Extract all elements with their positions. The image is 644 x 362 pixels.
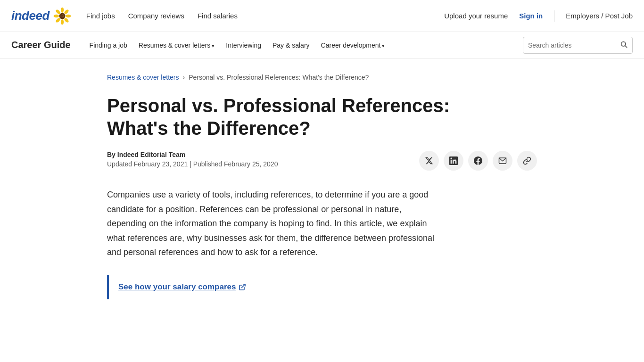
salary-cta-label: See how your salary compares	[118, 282, 236, 292]
career-development-link[interactable]: Career development▾	[321, 41, 385, 49]
svg-point-8	[55, 8, 61, 15]
svg-point-3	[66, 14, 71, 17]
article-intro: Companies use a variety of tools, includ…	[107, 188, 442, 260]
breadcrumb-parent-link[interactable]: Resumes & cover letters	[107, 74, 179, 81]
resumes-cover-letters-link[interactable]: Resumes & cover letters▾	[139, 41, 215, 49]
salary-cta: See how your salary compares	[107, 275, 537, 299]
resumes-dropdown-arrow: ▾	[212, 43, 215, 49]
svg-point-2	[63, 8, 69, 15]
breadcrumb-separator: ›	[183, 74, 185, 81]
svg-line-17	[625, 46, 627, 48]
finding-a-job-link[interactable]: Finding a job	[90, 41, 127, 49]
search-box[interactable]	[523, 37, 633, 54]
search-icon	[620, 41, 627, 48]
svg-point-6	[55, 17, 61, 23]
employers-link[interactable]: Employers / Post Job	[566, 12, 633, 20]
svg-line-19	[242, 284, 245, 288]
company-reviews-link[interactable]: Company reviews	[128, 12, 184, 20]
salary-cta-link[interactable]: See how your salary compares	[118, 282, 246, 292]
updated-date: Updated February 23, 2021	[107, 160, 188, 168]
facebook-icon	[474, 156, 482, 165]
main-content: Resumes & cover letters › Personal vs. P…	[0, 58, 644, 314]
svg-point-12	[63, 15, 64, 16]
top-nav-right: Upload your resume Sign in Employers / P…	[444, 10, 633, 22]
search-input[interactable]	[523, 41, 615, 49]
facebook-share-button[interactable]	[468, 151, 488, 171]
svg-point-5	[61, 19, 64, 24]
meta-share-row: By Indeed Editorial Team Updated Februar…	[107, 151, 537, 171]
date-separator: |	[190, 160, 193, 168]
article-author: By Indeed Editorial Team	[107, 151, 278, 158]
indeed-logo: indeed	[11, 8, 50, 23]
link-icon	[523, 156, 531, 165]
top-nav-links: Find jobs Company reviews Find salaries	[86, 12, 444, 20]
find-jobs-link[interactable]: Find jobs	[86, 12, 115, 20]
sub-nav: Career Guide Finding a job Resumes & cov…	[0, 32, 644, 58]
email-icon	[498, 156, 507, 165]
pay-salary-link[interactable]: Pay & salary	[272, 41, 310, 49]
article-meta: By Indeed Editorial Team Updated Februar…	[107, 151, 278, 168]
sunflower-icon	[53, 7, 71, 25]
nav-divider	[554, 10, 554, 22]
article-dates: Updated February 23, 2021 | Published Fe…	[107, 160, 278, 168]
twitter-share-button[interactable]	[419, 151, 439, 171]
top-nav: indeed	[0, 0, 644, 32]
share-buttons	[419, 151, 537, 171]
sign-in-link[interactable]: Sign in	[519, 12, 543, 20]
logo-area[interactable]: indeed	[11, 7, 71, 25]
svg-point-1	[61, 7, 64, 12]
linkedin-icon	[449, 156, 458, 165]
find-salaries-link[interactable]: Find salaries	[198, 12, 238, 20]
svg-point-13	[60, 16, 61, 16]
svg-point-9	[59, 13, 65, 19]
svg-point-15	[63, 16, 64, 16]
published-date: Published February 25, 2020	[193, 160, 278, 168]
career-dropdown-arrow: ▾	[382, 43, 385, 49]
svg-point-4	[63, 17, 69, 23]
breadcrumb: Resumes & cover letters › Personal vs. P…	[107, 74, 537, 81]
svg-point-10	[60, 15, 61, 16]
svg-point-14	[62, 16, 63, 17]
article-title: Personal vs. Professional References: Wh…	[107, 94, 456, 140]
twitter-icon	[425, 156, 433, 165]
upload-resume-link[interactable]: Upload your resume	[444, 12, 508, 20]
external-link-icon	[239, 283, 246, 291]
article-body: Companies use a variety of tools, includ…	[107, 188, 537, 299]
linkedin-share-button[interactable]	[444, 151, 463, 171]
breadcrumb-current: Personal vs. Professional References: Wh…	[189, 74, 369, 81]
copy-link-button[interactable]	[517, 151, 537, 171]
email-share-button[interactable]	[493, 151, 512, 171]
interviewing-link[interactable]: Interviewing	[226, 41, 261, 49]
search-button[interactable]	[615, 41, 632, 50]
career-guide-title: Career Guide	[11, 40, 71, 50]
svg-point-11	[62, 14, 63, 15]
svg-point-7	[53, 14, 58, 17]
sub-nav-links: Finding a job Resumes & cover letters▾ I…	[90, 41, 508, 49]
